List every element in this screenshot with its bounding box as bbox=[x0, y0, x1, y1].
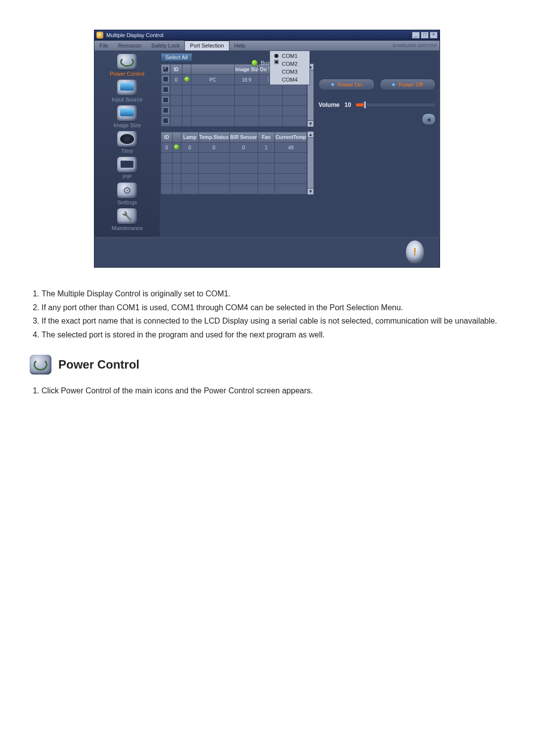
sidebar-label: Image Size bbox=[96, 122, 158, 128]
col-fan[interactable]: Fan bbox=[258, 132, 275, 142]
scroll-up-icon[interactable]: ▲ bbox=[308, 132, 313, 138]
port-option-label: COM3 bbox=[282, 69, 298, 75]
col-status-icon bbox=[172, 132, 181, 142]
port-option-label: COM2 bbox=[282, 61, 298, 67]
power-led-icon bbox=[392, 83, 396, 87]
cell-temp-status: 0 bbox=[198, 142, 229, 153]
grid-row-empty bbox=[161, 95, 307, 106]
app-window: Multiple Display Control _ □ × File Remo… bbox=[94, 30, 440, 268]
check-placeholder-icon bbox=[274, 69, 279, 74]
select-all-button[interactable]: Select All bbox=[161, 53, 192, 62]
col-id[interactable]: ID bbox=[170, 64, 182, 75]
sidebar-item-settings[interactable]: Settings bbox=[96, 183, 158, 205]
power-control-icon bbox=[117, 54, 137, 70]
maintenance-icon bbox=[117, 208, 137, 224]
menu-safety-lock[interactable]: Safety Lock bbox=[146, 41, 184, 50]
col-id[interactable]: ID bbox=[161, 132, 172, 142]
col-check[interactable] bbox=[161, 64, 170, 75]
power-off-button[interactable]: Power Off bbox=[380, 79, 436, 91]
grid-row-empty bbox=[161, 174, 307, 184]
scroll-down-icon[interactable]: ▼ bbox=[308, 188, 313, 194]
cell-input: PC bbox=[191, 75, 234, 85]
sidebar-item-image-size[interactable]: Image Size bbox=[96, 105, 158, 128]
scroll-down-icon[interactable]: ▼ bbox=[308, 120, 313, 127]
sidebar-label: Time bbox=[96, 148, 158, 154]
cell-br-sensor: 0 bbox=[229, 142, 258, 153]
cell-image-size: 16:9 bbox=[234, 75, 259, 85]
cell-id: 0 bbox=[161, 142, 172, 153]
check-placeholder-icon bbox=[274, 61, 279, 66]
col-lamp[interactable]: Lamp bbox=[181, 132, 198, 142]
grid-row-empty bbox=[161, 106, 307, 116]
grid-row-empty bbox=[161, 85, 307, 95]
grid-row-empty bbox=[161, 184, 307, 194]
cell-fan: 1 bbox=[258, 142, 275, 153]
col-input bbox=[191, 64, 234, 75]
port-option-com3[interactable]: COM3 bbox=[270, 68, 310, 76]
power-on-button[interactable]: Power On bbox=[318, 79, 374, 91]
col-temp-status[interactable]: Temp.Status bbox=[198, 132, 229, 142]
power-off-label: Power Off bbox=[399, 82, 423, 88]
menu-help[interactable]: Help bbox=[229, 41, 251, 50]
cell-lamp: 0 bbox=[181, 142, 198, 153]
menubar: File Remocon Safety Lock Port Selection … bbox=[94, 41, 440, 51]
port-option-com2[interactable]: COM2 bbox=[270, 60, 310, 68]
section-title: Power Control bbox=[58, 358, 139, 372]
power-led-icon bbox=[331, 83, 335, 87]
port-option-com1[interactable]: ▣ COM1 bbox=[270, 52, 310, 60]
settings-icon bbox=[117, 183, 137, 198]
port-option-com4[interactable]: COM4 bbox=[270, 76, 310, 84]
titlebar: Multiple Display Control _ □ × bbox=[94, 30, 440, 41]
grid-header-row: ID Lamp Temp.Status B/R Sensor Fan Curre… bbox=[161, 132, 307, 142]
menu-port-selection[interactable]: Port Selection bbox=[184, 41, 229, 50]
list-item: Click Power Control of the main icons an… bbox=[42, 385, 504, 396]
sidebar-item-input-source[interactable]: Input Source bbox=[96, 80, 158, 102]
col-status-icon bbox=[182, 64, 191, 75]
list-item: If any port other than COM1 is used, COM… bbox=[42, 302, 504, 313]
image-size-icon bbox=[117, 105, 137, 121]
list-item: The selected port is stored in the progr… bbox=[42, 330, 504, 340]
pip-icon bbox=[117, 157, 137, 173]
grid-scrollbar[interactable]: ▲ ▼ bbox=[307, 132, 313, 194]
volume-label: Volume bbox=[318, 101, 339, 108]
minimize-button[interactable]: _ bbox=[412, 32, 420, 39]
port-option-label: COM1 bbox=[282, 53, 298, 59]
grid-row-empty bbox=[161, 116, 307, 127]
document-body: The Multiple Display Control is original… bbox=[30, 288, 504, 396]
col-current-temp[interactable]: CurrentTemp. bbox=[275, 132, 307, 142]
volume-slider[interactable] bbox=[356, 103, 436, 106]
col-br-sensor[interactable]: B/R Sensor bbox=[229, 132, 258, 142]
time-icon bbox=[117, 131, 137, 147]
menu-file[interactable]: File bbox=[94, 41, 113, 50]
statusbar bbox=[94, 237, 440, 267]
volume-thumb[interactable] bbox=[364, 101, 366, 108]
list-item: The Multiple Display Control is original… bbox=[42, 288, 504, 299]
power-control-icon bbox=[30, 355, 51, 375]
power-on-label: Power On bbox=[338, 82, 362, 88]
status-led-icon bbox=[174, 144, 179, 149]
grid-row[interactable]: 0 0 0 0 1 49 bbox=[161, 142, 307, 153]
status-led-icon bbox=[184, 77, 189, 82]
maximize-button[interactable]: □ bbox=[421, 32, 429, 39]
menu-remocon[interactable]: Remocon bbox=[113, 41, 146, 50]
sidebar-label: Input Source bbox=[96, 96, 158, 102]
port-selection-dropdown: ▣ COM1 COM2 COM3 COM4 bbox=[269, 50, 310, 85]
right-panel: Power On Power Off Volume 10 bbox=[314, 51, 440, 237]
sidebar-label: Settings bbox=[96, 199, 158, 205]
instruction-list-1: The Multiple Display Control is original… bbox=[30, 288, 504, 340]
mute-button[interactable] bbox=[422, 113, 436, 125]
close-button[interactable]: × bbox=[430, 32, 438, 39]
instruction-list-2: Click Power Control of the main icons an… bbox=[30, 385, 504, 396]
sidebar-label: Maintenance bbox=[96, 225, 158, 231]
volume-value: 10 bbox=[345, 101, 351, 108]
sidebar-item-time[interactable]: Time bbox=[96, 131, 158, 154]
check-icon: ▣ bbox=[274, 53, 279, 58]
sidebar-label: PIP bbox=[96, 174, 158, 180]
sidebar-item-pip[interactable]: PIP bbox=[96, 157, 158, 180]
sidebar-item-maintenance[interactable]: Maintenance bbox=[96, 208, 158, 231]
cell-id: 0 bbox=[170, 75, 182, 85]
port-option-label: COM4 bbox=[282, 77, 298, 83]
sidebar-item-power-control[interactable]: Power Control bbox=[96, 54, 158, 77]
row-checkbox[interactable] bbox=[163, 76, 169, 82]
input-source-icon bbox=[117, 80, 137, 95]
